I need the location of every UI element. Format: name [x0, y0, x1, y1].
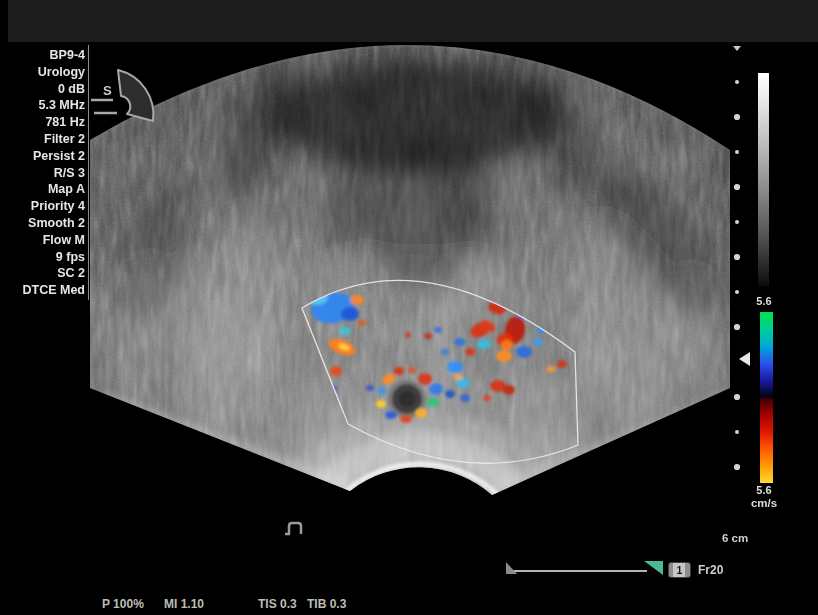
- doppler-blob: [418, 373, 432, 385]
- scale-top-arrow-icon: [733, 46, 741, 51]
- doppler-blob: [394, 367, 404, 375]
- sidebar-separator: [88, 45, 89, 300]
- doppler-blob: [376, 400, 386, 408]
- velocity-min-label: 5.6: [751, 484, 777, 496]
- colorbar-away: [760, 398, 773, 483]
- doppler-blob: [483, 395, 491, 401]
- depth-tick: [735, 430, 739, 434]
- doppler-blob: [408, 367, 416, 373]
- sidebar-param: DTCE Med: [0, 282, 85, 299]
- sidebar-param: Filter 2: [0, 131, 85, 148]
- doppler-blob: [400, 415, 412, 423]
- focus-marker-icon[interactable]: [739, 352, 750, 366]
- image-number-badge: 1: [668, 562, 691, 578]
- frame-number-label: Fr20: [698, 563, 723, 577]
- depth-tick: [735, 220, 739, 224]
- doppler-blob: [557, 360, 567, 368]
- bodymark-icon: [285, 523, 301, 534]
- sidebar-params: BP9-4Urology0 dB5.3 MHz781 HzFilter 2Per…: [0, 47, 85, 299]
- mi-value: MI 1.10: [164, 597, 204, 611]
- sidebar-param: R/S 3: [0, 165, 85, 182]
- ultrasound-screen: BP9-4Urology0 dB5.3 MHz781 HzFilter 2Per…: [0, 0, 818, 615]
- doppler-blob: [454, 338, 466, 346]
- doppler-blob: [377, 387, 387, 395]
- doppler-blob: [341, 307, 359, 321]
- doppler-blob: [366, 385, 374, 391]
- doppler-blob: [503, 385, 515, 395]
- depth-scale-label: 6 cm: [722, 532, 748, 544]
- cine-position-marker-icon[interactable]: [644, 561, 663, 575]
- doppler-blob: [465, 348, 475, 356]
- cine-bar[interactable]: [506, 561, 663, 575]
- doppler-blob: [496, 350, 512, 362]
- image-stage: [0, 0, 818, 615]
- bmode-fan-image: [88, 42, 746, 615]
- doppler-blob: [546, 366, 556, 372]
- depth-tick: [734, 254, 740, 260]
- sidebar-param: BP9-4: [0, 47, 85, 64]
- colorbar-toward: [760, 312, 773, 398]
- acoustic-power-value: P 100%: [102, 597, 144, 611]
- grayscale-bar: [758, 73, 769, 286]
- sidebar-param: Smooth 2: [0, 215, 85, 232]
- tis-value: TIS 0.3: [258, 597, 297, 611]
- velocity-max-label: 5.6: [751, 295, 777, 307]
- sidebar-param: SC 2: [0, 265, 85, 282]
- cine-start-marker-icon: [506, 562, 517, 574]
- doppler-colorbar: [760, 312, 773, 483]
- depth-tick-marks: [734, 80, 740, 470]
- doppler-blob: [445, 390, 455, 398]
- sidebar-param: 0 dB: [0, 81, 85, 98]
- doppler-blob: [358, 320, 366, 326]
- depth-tick: [734, 184, 740, 190]
- tib-value: TIB 0.3: [307, 597, 346, 611]
- depth-tick: [734, 464, 740, 470]
- velocity-unit-label: cm/s: [747, 497, 781, 509]
- doppler-blob: [405, 332, 411, 338]
- depth-tick: [735, 150, 739, 154]
- doppler-blob: [447, 361, 463, 373]
- orientation-marker-label: S: [103, 83, 112, 98]
- doppler-blob: [501, 340, 513, 350]
- depth-tick: [735, 290, 739, 294]
- depth-tick: [734, 114, 740, 120]
- doppler-blob: [427, 397, 439, 407]
- depth-tick: [735, 80, 739, 84]
- doppler-blob: [454, 374, 462, 380]
- sidebar-param: 5.3 MHz: [0, 97, 85, 114]
- status-bar: P 100% MI 1.10 TIS 0.3 TIB 0.3: [0, 597, 818, 613]
- depth-tick: [734, 394, 740, 400]
- doppler-blob: [339, 327, 351, 335]
- doppler-blob: [415, 408, 427, 418]
- probe-orientation-icon: [91, 70, 153, 121]
- doppler-blob: [424, 333, 432, 339]
- sidebar-param: 9 fps: [0, 249, 85, 266]
- sidebar-param: 781 Hz: [0, 114, 85, 131]
- sidebar-param: Map A: [0, 181, 85, 198]
- depth-tick: [734, 324, 740, 330]
- sidebar-param: Persist 2: [0, 148, 85, 165]
- doppler-blob: [477, 339, 491, 349]
- doppler-blob: [434, 327, 442, 333]
- doppler-blob: [460, 394, 470, 402]
- doppler-blob: [429, 383, 443, 395]
- sidebar-param: Priority 4: [0, 198, 85, 215]
- doppler-blob: [533, 338, 543, 346]
- doppler-blob: [516, 346, 532, 358]
- sidebar-param: Flow M: [0, 232, 85, 249]
- sidebar-param: Urology: [0, 64, 85, 81]
- doppler-blob: [330, 366, 342, 376]
- doppler-blob: [441, 349, 449, 355]
- doppler-blob: [350, 295, 364, 305]
- doppler-blob: [385, 411, 397, 419]
